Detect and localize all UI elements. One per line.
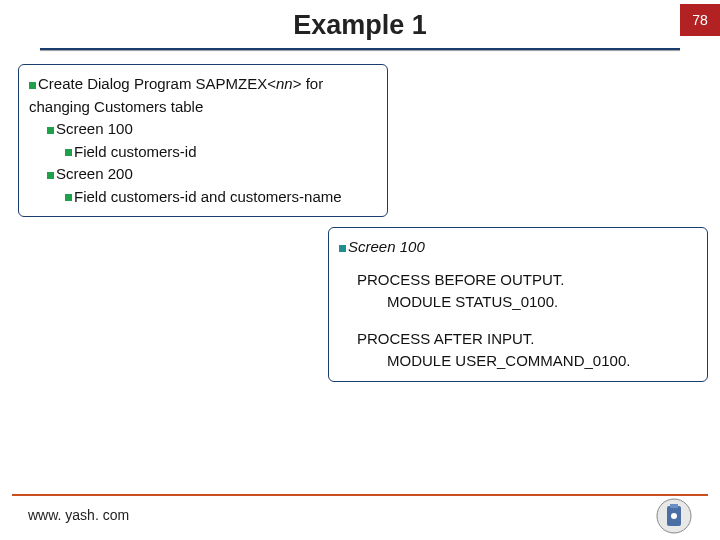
- svg-point-3: [671, 513, 677, 519]
- bullet-icon: [65, 194, 72, 201]
- instruction-line: changing Customers table: [29, 96, 377, 119]
- code-heading: Screen 100: [339, 236, 697, 259]
- instruction-line: Field customers-id: [29, 141, 377, 164]
- instruction-line: Create Dialog Program SAPMZEX<nn> for: [29, 73, 377, 96]
- code-line: MODULE USER_COMMAND_0100.: [339, 350, 697, 373]
- page-number-badge: 78: [680, 4, 720, 36]
- title-bar: Example 1: [0, 0, 720, 50]
- svg-rect-2: [670, 504, 678, 508]
- code-line: PROCESS BEFORE OUTPUT.: [339, 269, 697, 292]
- footer-url: www. yash. com: [28, 507, 129, 523]
- instruction-line: Screen 200: [29, 163, 377, 186]
- content-area: Create Dialog Program SAPMZEX<nn> for ch…: [0, 50, 720, 382]
- bullet-icon: [339, 245, 346, 252]
- footer: www. yash. com: [0, 494, 720, 540]
- bullet-icon: [29, 82, 36, 89]
- instruction-line: Screen 100: [29, 118, 377, 141]
- code-line: MODULE STATUS_0100.: [339, 291, 697, 314]
- footer-divider: [12, 494, 708, 496]
- page-title: Example 1: [293, 10, 427, 41]
- company-logo-icon: [656, 498, 692, 534]
- instruction-box: Create Dialog Program SAPMZEX<nn> for ch…: [18, 64, 388, 217]
- bullet-icon: [47, 127, 54, 134]
- instruction-line: Field customers-id and customers-name: [29, 186, 377, 209]
- bullet-icon: [47, 172, 54, 179]
- code-box: Screen 100 PROCESS BEFORE OUTPUT. MODULE…: [328, 227, 708, 382]
- bullet-icon: [65, 149, 72, 156]
- code-line: PROCESS AFTER INPUT.: [339, 328, 697, 351]
